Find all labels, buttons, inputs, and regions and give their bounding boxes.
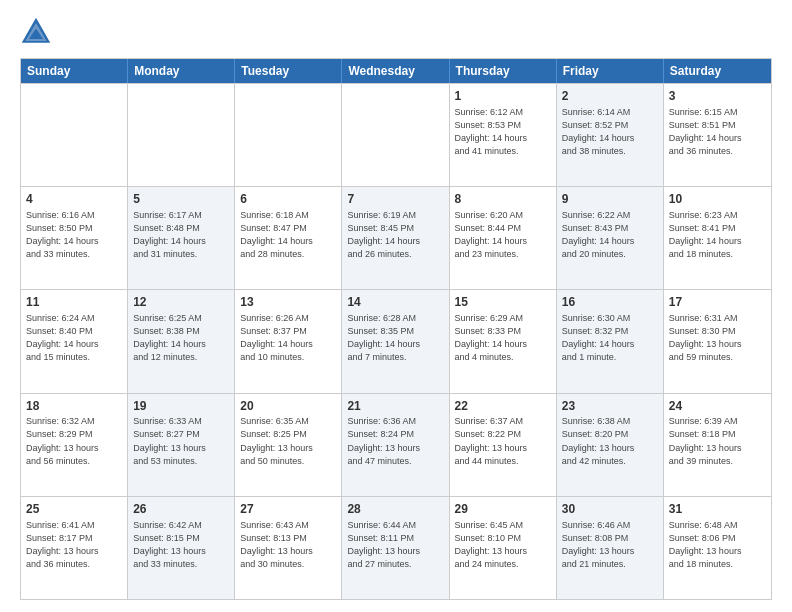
calendar-cell: 12Sunrise: 6:25 AMSunset: 8:38 PMDayligh…: [128, 290, 235, 392]
cell-info: Sunrise: 6:19 AMSunset: 8:45 PMDaylight:…: [347, 209, 443, 261]
day-number: 3: [669, 88, 766, 105]
cell-info: Sunrise: 6:17 AMSunset: 8:48 PMDaylight:…: [133, 209, 229, 261]
day-number: 5: [133, 191, 229, 208]
cell-info: Sunrise: 6:29 AMSunset: 8:33 PMDaylight:…: [455, 312, 551, 364]
day-number: 26: [133, 501, 229, 518]
day-number: 2: [562, 88, 658, 105]
cell-info: Sunrise: 6:28 AMSunset: 8:35 PMDaylight:…: [347, 312, 443, 364]
day-number: 21: [347, 398, 443, 415]
cell-info: Sunrise: 6:20 AMSunset: 8:44 PMDaylight:…: [455, 209, 551, 261]
day-number: 23: [562, 398, 658, 415]
cell-info: Sunrise: 6:32 AMSunset: 8:29 PMDaylight:…: [26, 415, 122, 467]
weekday-header: Wednesday: [342, 59, 449, 83]
day-number: 31: [669, 501, 766, 518]
day-number: 14: [347, 294, 443, 311]
calendar-cell: 22Sunrise: 6:37 AMSunset: 8:22 PMDayligh…: [450, 394, 557, 496]
calendar-cell: 18Sunrise: 6:32 AMSunset: 8:29 PMDayligh…: [21, 394, 128, 496]
day-number: 10: [669, 191, 766, 208]
cell-info: Sunrise: 6:42 AMSunset: 8:15 PMDaylight:…: [133, 519, 229, 571]
calendar-cell: 21Sunrise: 6:36 AMSunset: 8:24 PMDayligh…: [342, 394, 449, 496]
calendar-cell: 28Sunrise: 6:44 AMSunset: 8:11 PMDayligh…: [342, 497, 449, 599]
calendar-cell: 20Sunrise: 6:35 AMSunset: 8:25 PMDayligh…: [235, 394, 342, 496]
calendar-cell: 8Sunrise: 6:20 AMSunset: 8:44 PMDaylight…: [450, 187, 557, 289]
calendar-cell: 4Sunrise: 6:16 AMSunset: 8:50 PMDaylight…: [21, 187, 128, 289]
day-number: 15: [455, 294, 551, 311]
calendar-cell: 17Sunrise: 6:31 AMSunset: 8:30 PMDayligh…: [664, 290, 771, 392]
cell-info: Sunrise: 6:38 AMSunset: 8:20 PMDaylight:…: [562, 415, 658, 467]
calendar-row: 11Sunrise: 6:24 AMSunset: 8:40 PMDayligh…: [21, 289, 771, 392]
cell-info: Sunrise: 6:24 AMSunset: 8:40 PMDaylight:…: [26, 312, 122, 364]
cell-info: Sunrise: 6:14 AMSunset: 8:52 PMDaylight:…: [562, 106, 658, 158]
cell-info: Sunrise: 6:30 AMSunset: 8:32 PMDaylight:…: [562, 312, 658, 364]
weekday-header: Friday: [557, 59, 664, 83]
calendar-page: SundayMondayTuesdayWednesdayThursdayFrid…: [0, 0, 792, 612]
cell-info: Sunrise: 6:15 AMSunset: 8:51 PMDaylight:…: [669, 106, 766, 158]
cell-info: Sunrise: 6:23 AMSunset: 8:41 PMDaylight:…: [669, 209, 766, 261]
day-number: 16: [562, 294, 658, 311]
weekday-header: Saturday: [664, 59, 771, 83]
calendar-cell: 10Sunrise: 6:23 AMSunset: 8:41 PMDayligh…: [664, 187, 771, 289]
calendar-cell: 29Sunrise: 6:45 AMSunset: 8:10 PMDayligh…: [450, 497, 557, 599]
day-number: 17: [669, 294, 766, 311]
calendar-cell: 30Sunrise: 6:46 AMSunset: 8:08 PMDayligh…: [557, 497, 664, 599]
cell-info: Sunrise: 6:45 AMSunset: 8:10 PMDaylight:…: [455, 519, 551, 571]
cell-info: Sunrise: 6:41 AMSunset: 8:17 PMDaylight:…: [26, 519, 122, 571]
weekday-header: Monday: [128, 59, 235, 83]
day-number: 11: [26, 294, 122, 311]
cell-info: Sunrise: 6:22 AMSunset: 8:43 PMDaylight:…: [562, 209, 658, 261]
calendar-cell: 24Sunrise: 6:39 AMSunset: 8:18 PMDayligh…: [664, 394, 771, 496]
page-header: [20, 16, 772, 48]
calendar-cell: 13Sunrise: 6:26 AMSunset: 8:37 PMDayligh…: [235, 290, 342, 392]
day-number: 8: [455, 191, 551, 208]
cell-info: Sunrise: 6:36 AMSunset: 8:24 PMDaylight:…: [347, 415, 443, 467]
day-number: 22: [455, 398, 551, 415]
cell-info: Sunrise: 6:16 AMSunset: 8:50 PMDaylight:…: [26, 209, 122, 261]
cell-info: Sunrise: 6:18 AMSunset: 8:47 PMDaylight:…: [240, 209, 336, 261]
day-number: 6: [240, 191, 336, 208]
weekday-header: Sunday: [21, 59, 128, 83]
day-number: 19: [133, 398, 229, 415]
calendar-row: 1Sunrise: 6:12 AMSunset: 8:53 PMDaylight…: [21, 83, 771, 186]
day-number: 20: [240, 398, 336, 415]
cell-info: Sunrise: 6:48 AMSunset: 8:06 PMDaylight:…: [669, 519, 766, 571]
cell-info: Sunrise: 6:46 AMSunset: 8:08 PMDaylight:…: [562, 519, 658, 571]
calendar-row: 25Sunrise: 6:41 AMSunset: 8:17 PMDayligh…: [21, 496, 771, 599]
cell-info: Sunrise: 6:12 AMSunset: 8:53 PMDaylight:…: [455, 106, 551, 158]
cell-info: Sunrise: 6:43 AMSunset: 8:13 PMDaylight:…: [240, 519, 336, 571]
day-number: 4: [26, 191, 122, 208]
calendar-cell: 2Sunrise: 6:14 AMSunset: 8:52 PMDaylight…: [557, 84, 664, 186]
calendar-cell: 25Sunrise: 6:41 AMSunset: 8:17 PMDayligh…: [21, 497, 128, 599]
day-number: 18: [26, 398, 122, 415]
calendar-cell: 3Sunrise: 6:15 AMSunset: 8:51 PMDaylight…: [664, 84, 771, 186]
calendar-cell: 27Sunrise: 6:43 AMSunset: 8:13 PMDayligh…: [235, 497, 342, 599]
day-number: 1: [455, 88, 551, 105]
cell-info: Sunrise: 6:44 AMSunset: 8:11 PMDaylight:…: [347, 519, 443, 571]
cell-info: Sunrise: 6:31 AMSunset: 8:30 PMDaylight:…: [669, 312, 766, 364]
calendar-cell: 16Sunrise: 6:30 AMSunset: 8:32 PMDayligh…: [557, 290, 664, 392]
day-number: 30: [562, 501, 658, 518]
calendar-cell: 14Sunrise: 6:28 AMSunset: 8:35 PMDayligh…: [342, 290, 449, 392]
logo-icon: [20, 16, 52, 48]
calendar-cell: 31Sunrise: 6:48 AMSunset: 8:06 PMDayligh…: [664, 497, 771, 599]
day-number: 25: [26, 501, 122, 518]
weekday-header: Tuesday: [235, 59, 342, 83]
calendar-body: 1Sunrise: 6:12 AMSunset: 8:53 PMDaylight…: [21, 83, 771, 599]
calendar-cell: 26Sunrise: 6:42 AMSunset: 8:15 PMDayligh…: [128, 497, 235, 599]
day-number: 13: [240, 294, 336, 311]
cell-info: Sunrise: 6:33 AMSunset: 8:27 PMDaylight:…: [133, 415, 229, 467]
calendar-cell: 7Sunrise: 6:19 AMSunset: 8:45 PMDaylight…: [342, 187, 449, 289]
day-number: 29: [455, 501, 551, 518]
calendar-cell: 1Sunrise: 6:12 AMSunset: 8:53 PMDaylight…: [450, 84, 557, 186]
calendar-cell: 9Sunrise: 6:22 AMSunset: 8:43 PMDaylight…: [557, 187, 664, 289]
calendar-row: 18Sunrise: 6:32 AMSunset: 8:29 PMDayligh…: [21, 393, 771, 496]
calendar-cell: 15Sunrise: 6:29 AMSunset: 8:33 PMDayligh…: [450, 290, 557, 392]
day-number: 24: [669, 398, 766, 415]
calendar-row: 4Sunrise: 6:16 AMSunset: 8:50 PMDaylight…: [21, 186, 771, 289]
calendar-cell: [342, 84, 449, 186]
calendar-cell: 19Sunrise: 6:33 AMSunset: 8:27 PMDayligh…: [128, 394, 235, 496]
logo: [20, 16, 56, 48]
day-number: 27: [240, 501, 336, 518]
cell-info: Sunrise: 6:25 AMSunset: 8:38 PMDaylight:…: [133, 312, 229, 364]
cell-info: Sunrise: 6:37 AMSunset: 8:22 PMDaylight:…: [455, 415, 551, 467]
calendar-cell: [21, 84, 128, 186]
